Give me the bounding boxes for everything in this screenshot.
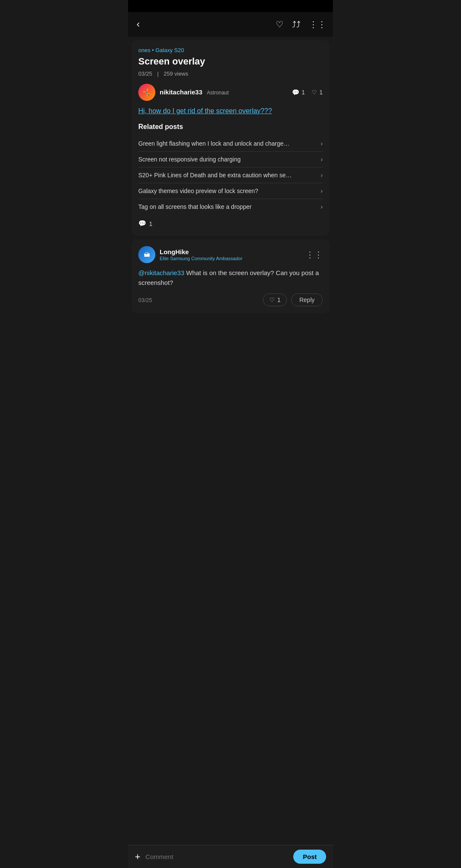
post-button[interactable]: Post <box>293 850 326 864</box>
comment-date: 03/25 <box>138 297 152 303</box>
comment-count-icon: 💬 <box>138 220 146 227</box>
nav-right: ⤴ ⋮ <box>276 19 326 29</box>
post-stats: 💬 1 1 <box>292 89 323 96</box>
comment-body: @nikitacharie33 What is on the screen ov… <box>138 268 323 287</box>
post-title: Screen overlay <box>138 56 323 67</box>
post-body: Hi, how do I get rid of the screen overl… <box>138 106 323 116</box>
like-stat-count: 1 <box>319 89 323 96</box>
like-stat[interactable]: 1 <box>312 89 323 96</box>
related-text-4: Tag on all screens that looks like a dro… <box>138 203 321 210</box>
comment-card-0: 🏔 LongHike Elite Samsung Community Ambas… <box>131 239 330 313</box>
comment-input[interactable] <box>146 853 289 860</box>
comment-count-row: 💬 1 <box>138 214 323 229</box>
post-date: 03/25 <box>138 70 152 77</box>
post-separator: | <box>157 70 158 77</box>
like-stat-icon <box>312 89 317 96</box>
avatar-emoji: 🤸 <box>143 88 151 97</box>
bottom-bar: + Post <box>128 845 333 868</box>
comment-stat-icon: 💬 <box>292 89 299 96</box>
related-item-4[interactable]: Tag on all screens that looks like a dro… <box>138 199 323 214</box>
post-author-row: 🤸 nikitacharie33 Astronaut 💬 1 1 <box>138 84 323 101</box>
post-views: 259 views <box>163 70 188 77</box>
share-icon[interactable]: ⤴ <box>292 20 301 29</box>
related-item-0[interactable]: Green light flashing when I lock and unl… <box>138 136 323 152</box>
related-text-1: Screen not responsive during charging <box>138 156 321 163</box>
back-button[interactable]: ‹ <box>135 17 141 32</box>
related-chevron-2: › <box>321 172 323 179</box>
comment-author-info: 🏔 LongHike Elite Samsung Community Ambas… <box>138 246 242 263</box>
comment-author-name: LongHike <box>160 248 189 255</box>
comment-mention: @nikitacharie33 <box>138 269 184 276</box>
comment-author-role: Elite Samsung Community Ambassador <box>160 256 242 261</box>
post-card: ones • Galaxy S20 Screen overlay 03/25 |… <box>131 40 330 236</box>
related-item-1[interactable]: Screen not responsive during charging › <box>138 152 323 167</box>
related-text-2: S20+ Pink Lines of Death and be extra ca… <box>138 172 321 179</box>
comment-like-count: 1 <box>277 296 280 303</box>
breadcrumb: ones • Galaxy S20 <box>138 47 323 53</box>
comment-author-row: 🏔 LongHike Elite Samsung Community Ambas… <box>138 246 323 263</box>
author-name: nikitacharie33 <box>160 88 202 96</box>
like-icon[interactable] <box>276 19 283 29</box>
related-section: Related posts Green light flashing when … <box>138 123 323 214</box>
related-item-2[interactable]: S20+ Pink Lines of Death and be extra ca… <box>138 167 323 183</box>
comment-author-name-group: LongHike Elite Samsung Community Ambassa… <box>160 248 242 261</box>
comment-more-button[interactable]: ⋮ <box>306 249 323 260</box>
comment-reply-button[interactable]: Reply <box>291 293 323 306</box>
comment-avatar: 🏔 <box>138 246 155 263</box>
comment-stat[interactable]: 💬 1 <box>292 89 305 96</box>
comment-like-button[interactable]: ♡ 1 <box>263 293 287 306</box>
comment-stat-count: 1 <box>301 89 305 96</box>
nav-left: ‹ <box>135 17 141 32</box>
related-text-3: Galaxy themes video preview of lock scre… <box>138 188 321 194</box>
related-title: Related posts <box>138 123 323 131</box>
status-bar <box>128 0 333 12</box>
comment-like-icon: ♡ <box>269 296 275 303</box>
comment-avatar-emoji: 🏔 <box>144 251 150 258</box>
related-text-0: Green light flashing when I lock and unl… <box>138 140 321 147</box>
comment-actions: ♡ 1 Reply <box>263 293 323 306</box>
related-chevron-0: › <box>321 140 323 147</box>
related-chevron-1: › <box>321 156 323 163</box>
author-badge: Astronaut <box>207 90 229 96</box>
post-meta: 03/25 | 259 views <box>138 70 323 77</box>
content-area: ones • Galaxy S20 Screen overlay 03/25 |… <box>128 37 333 868</box>
author-name-group: nikitacharie33 Astronaut <box>160 88 229 96</box>
comment-footer: 03/25 ♡ 1 Reply <box>138 293 323 306</box>
more-icon[interactable]: ⋮ <box>309 19 326 29</box>
comment-count: 1 <box>149 220 152 227</box>
related-item-3[interactable]: Galaxy themes video preview of lock scre… <box>138 183 323 199</box>
related-chevron-3: › <box>321 188 323 194</box>
related-chevron-4: › <box>321 203 323 210</box>
author-info: 🤸 nikitacharie33 Astronaut <box>138 84 229 101</box>
author-avatar: 🤸 <box>138 84 155 101</box>
add-comment-icon[interactable]: + <box>135 851 140 862</box>
top-nav: ‹ ⤴ ⋮ <box>128 12 333 37</box>
